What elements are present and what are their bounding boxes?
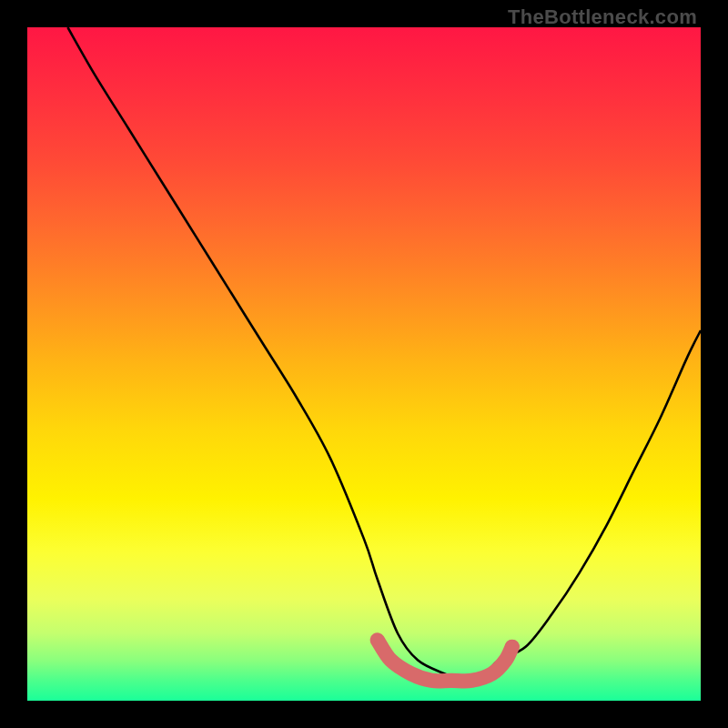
chart-frame: TheBottleneck.com xyxy=(0,0,728,728)
watermark-text: TheBottleneck.com xyxy=(508,5,697,29)
plot-area xyxy=(27,27,701,701)
curve-path xyxy=(67,27,701,681)
bottleneck-curve xyxy=(27,27,701,701)
highlight-end-dot xyxy=(505,640,520,654)
highlight-path xyxy=(378,640,512,681)
